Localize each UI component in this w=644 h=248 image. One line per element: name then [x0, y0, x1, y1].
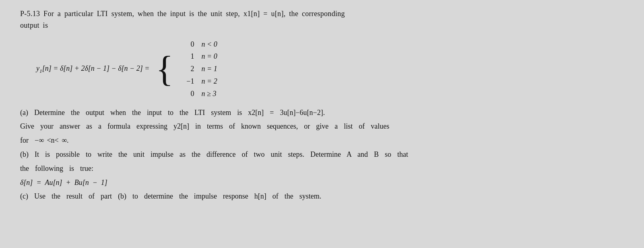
intro-line2: output is [20, 21, 48, 29]
cases-table: 0 n < 0 1 n = 0 2 n = 1 −1 n = 2 0 n ≥ 3 [178, 39, 217, 100]
case-cond-0: n < 0 [202, 39, 217, 50]
part-b-line2: the following is true: [20, 163, 624, 174]
case-cond-4: n ≥ 3 [202, 88, 217, 100]
piecewise-brace: { 0 n < 0 1 n = 0 2 n = 1 −1 n = 2 0 n ≥… [156, 39, 217, 100]
part-b-equation: δ[n] = Au[n] + Bu[n − 1] [20, 177, 624, 189]
left-brace: { [156, 51, 173, 87]
case-val-0: 0 [178, 39, 194, 50]
case-val-4: 0 [178, 88, 194, 100]
part-a-line3: for −∞ <n< ∞. [20, 135, 624, 146]
case-val-1: 1 [178, 51, 194, 62]
main-content: P-5.13 For a particular LTI system, when… [20, 8, 624, 205]
case-cond-3: n = 2 [202, 76, 217, 87]
part-c-line1: (c) Use the result of part (b) to determ… [20, 191, 624, 202]
case-cond-2: n = 1 [202, 63, 217, 75]
part-a-line2: Give your answer as a formula expressing… [20, 121, 624, 132]
part-a: (a) Determine the output when the input … [20, 107, 624, 119]
intro-paragraph: P-5.13 For a particular LTI system, when… [20, 8, 624, 31]
equation-lhs: y1[n] = δ[n] + 2δ[n − 1] − δ[n − 2] = [36, 63, 149, 75]
case-val-3: −1 [178, 76, 194, 87]
case-val-2: 2 [178, 63, 194, 75]
equation-block: y1[n] = δ[n] + 2δ[n − 1] − δ[n − 2] = { … [36, 39, 624, 100]
part-b-line1: (b) It is possible to write the unit imp… [20, 149, 624, 160]
intro-line1: P-5.13 For a particular LTI system, when… [20, 10, 345, 18]
part-a-line1: (a) Determine the output when the input … [20, 109, 325, 117]
case-cond-1: n = 0 [202, 51, 217, 62]
